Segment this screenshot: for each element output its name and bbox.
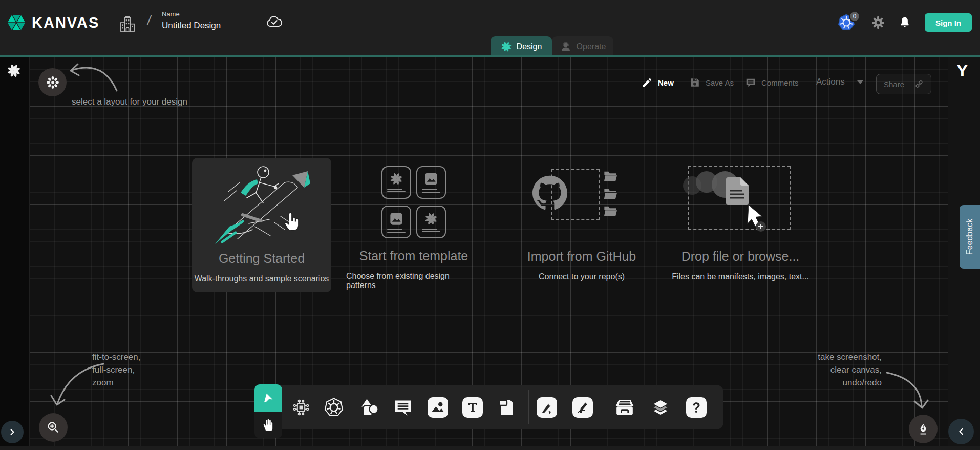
screenshot-hint-text: take screenshot, clear canvas, undo/redo <box>778 351 882 389</box>
kubernetes-context-button[interactable]: 0 <box>838 14 858 31</box>
comment-icon <box>393 398 413 417</box>
github-octocat-icon <box>532 175 567 210</box>
comments-label: Comments <box>761 78 799 87</box>
card-subtitle: Walk-throughs and sample scenarios <box>195 274 329 283</box>
collapse-right-panel-button[interactable] <box>948 419 974 444</box>
card-title: Import from GitHub <box>527 249 636 264</box>
image-icon <box>430 400 445 415</box>
notifications-bell-button[interactable] <box>898 16 911 29</box>
zoom-in-icon <box>46 420 60 435</box>
design-name-input[interactable] <box>162 19 254 33</box>
card-subtitle: Connect to your repo(s) <box>539 272 625 281</box>
drawer-tool[interactable] <box>613 397 636 418</box>
canvas-tools-button[interactable] <box>909 415 938 443</box>
pencil-icon <box>642 77 653 88</box>
relationship-y-icon[interactable]: Y <box>956 60 968 80</box>
tab-operate[interactable]: Operate <box>552 36 613 56</box>
save-as-button[interactable]: Save As <box>689 77 734 88</box>
chevron-left-icon <box>956 426 966 437</box>
note-icon <box>497 398 517 417</box>
chevron-right-icon <box>7 427 17 437</box>
floppy-save-icon <box>689 77 700 88</box>
card-drop-file[interactable]: Drop file or browse... Files can be mani… <box>663 165 818 290</box>
actions-dropdown[interactable]: Actions <box>816 77 863 87</box>
folder-icon <box>603 205 617 217</box>
layers-tool[interactable] <box>649 397 672 418</box>
cloud-synced-icon <box>265 14 284 29</box>
brand-name: KANVAS <box>32 14 99 31</box>
kanvas-logo[interactable]: KANVAS <box>6 11 99 34</box>
bottom-scroll-strip <box>0 446 980 450</box>
meshery-spiral-icon[interactable] <box>7 64 21 78</box>
card-title: Drop file or browse... <box>681 249 800 264</box>
drop-file-illustration <box>679 165 802 242</box>
toolbar-separator <box>287 390 287 424</box>
layers-icon <box>650 397 671 418</box>
header-actions: 0 <box>838 0 972 45</box>
tab-design[interactable]: Design <box>491 36 552 56</box>
note-tool[interactable] <box>496 397 518 418</box>
text-tool[interactable] <box>462 397 483 418</box>
card-import-from-github[interactable]: Import from GitHub Connect to your repo(… <box>512 165 651 290</box>
pen-nib-icon <box>917 422 930 436</box>
left-rail <box>0 57 29 446</box>
settings-gear-button[interactable] <box>871 16 885 29</box>
zoom-hint-arrow <box>46 359 113 415</box>
help-tool[interactable] <box>686 397 707 418</box>
comment-tool[interactable] <box>392 397 414 418</box>
text-icon <box>466 401 479 414</box>
comments-button[interactable]: Comments <box>745 77 799 88</box>
layout-hint-arrow <box>56 54 128 100</box>
design-name-block: Name <box>162 10 254 33</box>
hexagon-logo-icon <box>6 11 27 34</box>
design-spiral-icon <box>501 41 512 52</box>
drawer-icon <box>614 397 635 418</box>
component-tool[interactable] <box>290 397 312 418</box>
tab-design-label: Design <box>517 42 542 51</box>
kanvas-app: KANVAS / Name <box>0 0 980 450</box>
template-tiles-illustration <box>378 165 450 239</box>
screenshot-hint-arrow <box>881 366 937 415</box>
toolbar-separator <box>351 390 351 424</box>
card-start-from-template[interactable]: Start from template Choose from existing… <box>346 165 481 290</box>
organization-building-icon[interactable] <box>119 14 136 33</box>
card-title: Getting Started <box>219 251 305 266</box>
tab-operate-label: Operate <box>577 42 606 51</box>
shapes-tool[interactable] <box>358 397 381 418</box>
share-button[interactable]: Share <box>876 74 931 94</box>
card-getting-started[interactable]: Getting Started Walk-throughs and sample… <box>192 158 331 292</box>
breadcrumb-slash: / <box>146 12 153 28</box>
folder-icon <box>603 188 617 200</box>
freehand-draw-icon <box>576 400 590 415</box>
expand-left-panel-button[interactable] <box>1 421 24 443</box>
component-icon <box>292 398 310 417</box>
freehand-draw-tool[interactable] <box>572 397 593 418</box>
image-tool[interactable] <box>428 397 448 418</box>
new-label: New <box>658 78 674 87</box>
comment-icon <box>745 77 756 88</box>
new-design-button[interactable]: New <box>642 77 674 88</box>
toolbar-separator <box>603 390 603 424</box>
mode-tabs: Design Operate <box>491 36 613 56</box>
select-tool[interactable] <box>254 384 282 412</box>
pointer-hand-cursor <box>281 212 302 235</box>
actions-label: Actions <box>816 77 845 87</box>
github-import-illustration <box>530 165 633 242</box>
pan-hand-icon <box>261 418 275 432</box>
caret-down-icon <box>857 80 863 84</box>
feedback-tab[interactable]: Feedback <box>960 205 980 269</box>
card-title: Start from template <box>359 249 468 263</box>
feedback-label: Feedback <box>965 219 974 255</box>
rocket-doodle-illustration <box>195 160 328 248</box>
pen-tool-icon <box>540 400 554 415</box>
sign-in-button[interactable]: Sign In <box>925 13 972 32</box>
link-icon <box>914 79 924 89</box>
share-label: Share <box>884 80 904 89</box>
kubernetes-tool[interactable] <box>323 397 345 418</box>
zoom-controls-button[interactable] <box>39 413 68 442</box>
card-subtitle: Files can be manifests, images, text... <box>672 272 809 281</box>
pan-tool[interactable] <box>254 412 282 438</box>
save-as-label: Save As <box>706 78 734 87</box>
pen-tool[interactable] <box>537 397 557 418</box>
kubernetes-icon <box>324 398 344 417</box>
